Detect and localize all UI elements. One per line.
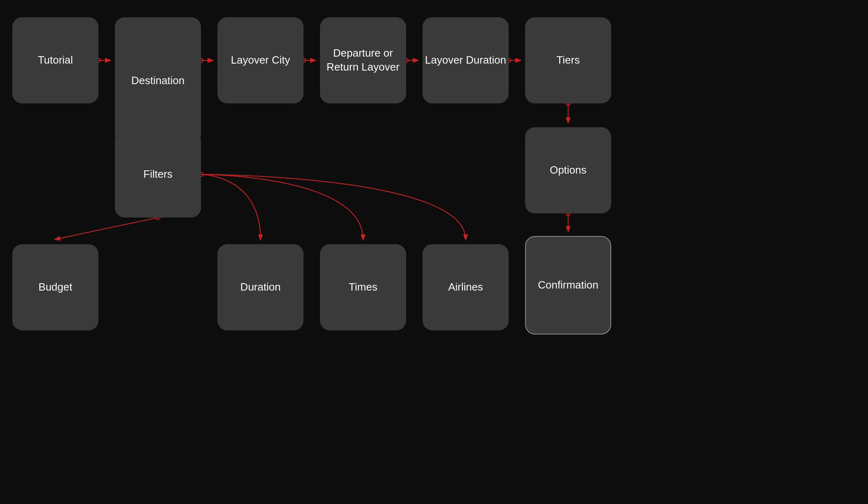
node-tutorial: Tutorial (12, 17, 98, 103)
node-times: Times (320, 244, 406, 330)
node-options: Options (525, 127, 611, 213)
node-duration: Duration (217, 244, 304, 330)
node-filters: Filters (115, 131, 201, 218)
node-tiers: Tiers (525, 17, 611, 103)
node-airlines: Airlines (423, 244, 509, 330)
node-destination: Destination (115, 17, 201, 144)
node-layover-duration: Layover Duration (423, 17, 509, 103)
node-departure-return: Departure orReturn Layover (320, 17, 406, 103)
svg-line-17 (55, 218, 158, 239)
node-budget: Budget (12, 244, 98, 330)
node-layover-city: Layover City (217, 17, 304, 103)
node-confirmation: Confirmation (525, 236, 611, 334)
